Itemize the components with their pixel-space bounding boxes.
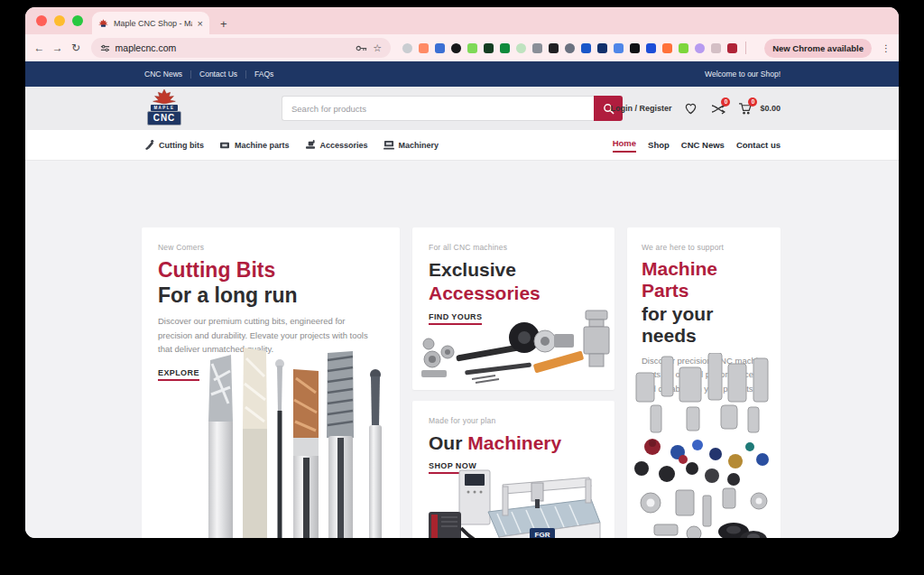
browser-toolbar: ← → ↻ maplecnc.com ☆ xyxy=(25,34,899,61)
extension-icon[interactable] xyxy=(516,43,526,53)
forward-button[interactable]: → xyxy=(51,42,63,54)
category-cutting-bits[interactable]: Cutting bits xyxy=(144,140,204,150)
site-settings-icon[interactable] xyxy=(100,43,110,53)
category-machinery[interactable]: Machinery xyxy=(383,140,439,150)
extension-icon[interactable] xyxy=(484,43,494,53)
menu-home[interactable]: Home xyxy=(613,138,636,153)
cart-button[interactable]: 0 xyxy=(737,101,753,116)
logo-maple-text: MAPLE xyxy=(151,105,177,111)
explore-link[interactable]: EXPLORE xyxy=(158,368,199,381)
url-text[interactable]: maplecnc.com xyxy=(116,42,351,53)
extension-icon[interactable] xyxy=(565,43,575,53)
banner-cutting-bits[interactable]: New Comers Cutting Bits For a long run D… xyxy=(142,227,400,538)
link-faqs[interactable]: FAQs xyxy=(254,70,273,79)
desktop: Maple CNC Shop - Maple CN × + ← → ↻ mapl… xyxy=(0,0,924,575)
toolbar-divider xyxy=(745,42,746,54)
menu-shop[interactable]: Shop xyxy=(648,140,670,150)
browser-window: Maple CNC Shop - Maple CN × + ← → ↻ mapl… xyxy=(25,7,899,538)
back-button[interactable]: ← xyxy=(33,42,45,54)
product-search xyxy=(282,96,623,121)
banner-accessories[interactable]: For all CNC machines Exclusive Accessori… xyxy=(412,227,614,390)
category-machine-parts[interactable]: Machine parts xyxy=(219,141,290,150)
reload-button[interactable]: ↻ xyxy=(69,42,81,54)
window-controls xyxy=(25,7,92,34)
minimize-window-button[interactable] xyxy=(54,15,65,26)
extension-icons xyxy=(402,43,737,53)
welcome-text: Welcome to our Shop! xyxy=(705,70,781,79)
accessories-image xyxy=(418,303,611,386)
site-header: MAPLE CNC Login / Register xyxy=(25,87,899,130)
new-tab-button[interactable]: + xyxy=(220,17,227,31)
extension-icon[interactable] xyxy=(467,43,477,53)
banner-eyebrow: We are here to support xyxy=(642,243,768,252)
password-key-icon[interactable] xyxy=(356,44,367,52)
machinery-image: FGR xyxy=(423,459,604,538)
clamp-icon xyxy=(305,140,316,150)
address-bar[interactable]: maplecnc.com ☆ xyxy=(91,38,392,58)
banner-title: for your needs xyxy=(642,303,768,347)
logo-cnc-text: CNC xyxy=(147,111,182,125)
banner-title-accent: Machinery xyxy=(467,431,561,454)
close-window-button[interactable] xyxy=(36,15,47,26)
bookmark-star-icon[interactable]: ☆ xyxy=(373,42,382,54)
extension-icon[interactable] xyxy=(662,43,672,53)
category-accessories[interactable]: Accessories xyxy=(305,140,368,150)
wishlist-button[interactable] xyxy=(683,101,698,116)
extension-icon[interactable] xyxy=(451,43,461,53)
extension-icon[interactable] xyxy=(695,43,705,53)
banner-title-accent: Cutting Bits xyxy=(158,258,383,282)
site-logo[interactable]: MAPLE CNC xyxy=(144,89,184,125)
extension-icon[interactable] xyxy=(614,43,624,53)
browser-menu-icon[interactable]: ⋮ xyxy=(882,43,891,53)
banner-eyebrow: Made for your plan xyxy=(429,416,598,425)
menu-cnc-news[interactable]: CNC News xyxy=(681,140,725,150)
close-tab-icon[interactable]: × xyxy=(198,18,203,29)
compare-count-badge: 0 xyxy=(721,97,730,107)
tab-strip: Maple CNC Shop - Maple CN × + xyxy=(25,7,899,34)
machine-parts-image xyxy=(627,353,781,538)
extension-icon[interactable] xyxy=(549,43,559,53)
banner-eyebrow: New Comers xyxy=(158,243,383,252)
extension-icon[interactable] xyxy=(646,43,656,53)
cutting-bits-image xyxy=(203,340,394,538)
banner-eyebrow: For all CNC machines xyxy=(429,243,598,252)
link-cnc-news[interactable]: CNC News xyxy=(144,70,182,79)
extension-icon[interactable] xyxy=(630,43,640,53)
svg-text:FGR: FGR xyxy=(535,531,550,539)
login-register-link[interactable]: Login / Register xyxy=(610,104,671,113)
extension-icon[interactable] xyxy=(581,43,591,53)
extension-icon[interactable] xyxy=(727,43,737,53)
cart-total[interactable]: $0.00 xyxy=(760,104,781,113)
chip-icon xyxy=(219,141,230,150)
search-input[interactable] xyxy=(282,96,594,121)
extension-icon[interactable] xyxy=(679,43,688,53)
extension-icon[interactable] xyxy=(532,43,542,53)
maximize-window-button[interactable] xyxy=(72,15,83,26)
banner-title-accent: Accessories xyxy=(429,282,598,304)
top-utility-bar: CNC News Contact Us FAQs Welcome to our … xyxy=(25,61,899,87)
browser-tab[interactable]: Maple CNC Shop - Maple CN × xyxy=(92,12,209,34)
menu-contact-us[interactable]: Contact us xyxy=(736,140,781,150)
tab-title: Maple CNC Shop - Maple CN xyxy=(114,19,192,28)
extension-icon[interactable] xyxy=(500,43,510,53)
machine-icon xyxy=(383,140,394,150)
drill-bit-icon xyxy=(144,140,154,150)
chrome-update-button[interactable]: New Chrome available xyxy=(764,39,872,58)
extension-icon[interactable] xyxy=(419,43,429,53)
banner-title: Our xyxy=(429,431,462,454)
banner-title: Exclusive xyxy=(429,258,598,281)
banner-title-accent: Machine Parts xyxy=(642,258,768,301)
link-contact-us[interactable]: Contact Us xyxy=(199,70,237,79)
hero-section: New Comers Cutting Bits For a long run D… xyxy=(142,227,781,538)
extension-icon[interactable] xyxy=(711,43,721,53)
extension-icon[interactable] xyxy=(402,43,412,53)
banner-machine-parts[interactable]: We are here to support Machine Parts for… xyxy=(627,227,781,538)
extension-icon[interactable] xyxy=(597,43,607,53)
category-navigation: Cutting bits Machine parts Accessor xyxy=(25,130,899,161)
banner-title: For a long run xyxy=(158,283,383,307)
webpage: CNC News Contact Us FAQs Welcome to our … xyxy=(25,61,899,538)
compare-button[interactable]: 0 xyxy=(710,101,725,116)
heart-icon xyxy=(684,102,698,115)
banner-machinery[interactable]: Made for your plan Our Machinery SHOP NO… xyxy=(412,401,614,538)
extension-icon[interactable] xyxy=(435,43,445,53)
